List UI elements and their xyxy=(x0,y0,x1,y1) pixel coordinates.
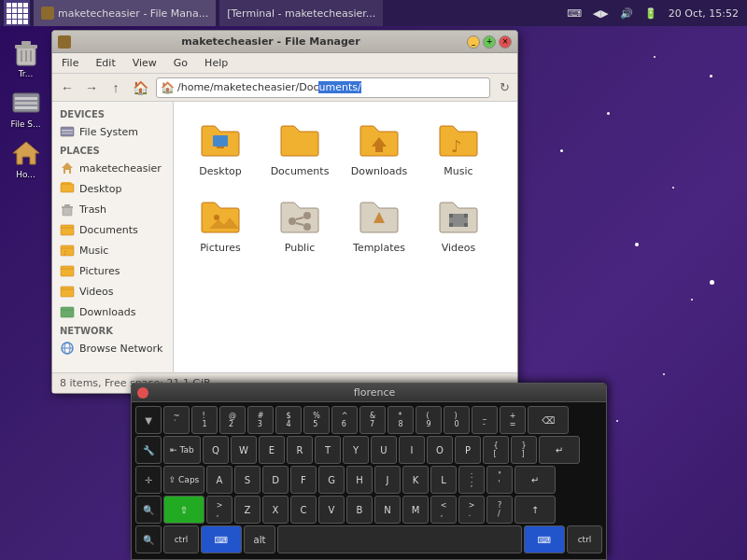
key-d[interactable]: D xyxy=(262,466,289,494)
key-space[interactable] xyxy=(277,525,522,553)
key-alt-left[interactable]: alt xyxy=(244,525,275,553)
key-8[interactable]: *8 xyxy=(388,406,414,434)
app-grid-button[interactable] xyxy=(4,0,30,26)
menu-view[interactable]: View xyxy=(129,55,161,71)
key-6[interactable]: ^6 xyxy=(331,406,358,434)
home-button[interactable]: 🏠 xyxy=(129,77,151,98)
key-4[interactable]: $4 xyxy=(275,406,302,434)
key-y[interactable]: Y xyxy=(343,436,369,464)
key-shift-right[interactable]: ↑ xyxy=(514,496,556,524)
keyboard-indicator[interactable]: ⌨ xyxy=(564,7,585,20)
key-u[interactable]: U xyxy=(371,436,397,464)
grid-item-desktop[interactable]: Desktop xyxy=(183,111,258,183)
sidebar-item-home[interactable]: maketecheasier xyxy=(52,158,173,178)
key-1[interactable]: !1 xyxy=(191,406,218,434)
key-q[interactable]: Q xyxy=(203,436,229,464)
key-backspace[interactable]: ⌫ xyxy=(528,406,569,434)
key-semicolon[interactable]: :; xyxy=(458,466,485,494)
key-quote[interactable]: "' xyxy=(486,466,513,494)
key-t[interactable]: T xyxy=(315,436,341,464)
key-capslock[interactable]: ⇪ Caps xyxy=(163,466,204,494)
key-f[interactable]: F xyxy=(290,466,317,494)
key-s[interactable]: S xyxy=(234,466,261,494)
key-9[interactable]: (9 xyxy=(416,406,442,434)
grid-item-videos[interactable]: Videos xyxy=(421,188,496,259)
menu-help[interactable]: Help xyxy=(201,55,232,71)
key-slash[interactable]: ?/ xyxy=(486,496,513,524)
key-equals[interactable]: += xyxy=(500,406,526,434)
menu-file[interactable]: File xyxy=(58,55,82,71)
grid-item-downloads[interactable]: Downloads xyxy=(342,111,416,183)
grid-item-documents[interactable]: Documents xyxy=(262,111,337,183)
taskbar-item-terminal[interactable]: [Terminal - maketecheasier... xyxy=(219,0,383,26)
keyboard-close-button[interactable] xyxy=(137,387,148,399)
key-i[interactable]: I xyxy=(399,436,425,464)
key-e[interactable]: E xyxy=(259,436,285,464)
key-x[interactable]: X xyxy=(262,496,289,524)
key-0[interactable]: )0 xyxy=(444,406,470,434)
key-c[interactable]: C xyxy=(290,496,317,524)
grid-item-public[interactable]: Public xyxy=(262,188,337,259)
taskbar-item-file-manager[interactable]: maketecheasier - File Mana... xyxy=(34,0,216,26)
desktop-icon-home[interactable]: Ho... xyxy=(4,136,49,179)
sidebar-item-videos[interactable]: Videos xyxy=(52,281,173,301)
sidebar-item-trash[interactable]: Trash xyxy=(52,199,173,219)
grid-item-pictures[interactable]: Pictures xyxy=(183,188,258,259)
desktop-icon-filesystem[interactable]: File S... xyxy=(4,86,49,129)
grid-item-music[interactable]: ♪ Music xyxy=(421,111,496,183)
sidebar-item-documents[interactable]: Documents xyxy=(52,219,173,240)
key-b[interactable]: B xyxy=(346,496,373,524)
key-kbd-icon-right[interactable]: ⌨ xyxy=(524,525,565,553)
key-o[interactable]: O xyxy=(427,436,453,464)
key-backtick[interactable]: ~` xyxy=(163,406,190,434)
key-special-5[interactable]: 🔍 xyxy=(135,525,162,553)
key-p[interactable]: P xyxy=(455,436,481,464)
key-a[interactable]: A xyxy=(206,466,233,494)
minimize-button[interactable]: _ xyxy=(467,35,480,49)
desktop-icon-trash[interactable]: Tr... xyxy=(4,35,49,78)
key-special-4[interactable]: 🔍 xyxy=(135,496,162,524)
sidebar-item-filesystem[interactable]: File System xyxy=(52,121,173,142)
sidebar-item-pictures[interactable]: Pictures xyxy=(52,260,173,281)
key-lbracket[interactable]: {[ xyxy=(483,436,509,464)
key-special-1[interactable]: ▼ xyxy=(135,406,162,434)
key-n[interactable]: N xyxy=(374,496,401,524)
key-v[interactable]: V xyxy=(318,496,345,524)
menu-go[interactable]: Go xyxy=(170,55,191,71)
key-2[interactable]: @2 xyxy=(219,406,246,434)
key-3[interactable]: #3 xyxy=(247,406,274,434)
key-ctrl-right[interactable]: ctrl xyxy=(567,525,602,553)
forward-button[interactable]: → xyxy=(80,77,103,98)
sidebar-item-music[interactable]: ♪ Music xyxy=(52,240,173,260)
key-z[interactable]: Z xyxy=(234,496,261,524)
key-tab[interactable]: ⇤ Tab xyxy=(163,436,201,464)
key-r[interactable]: R xyxy=(287,436,313,464)
sidebar-item-downloads[interactable]: Downloads xyxy=(52,301,173,322)
key-enter-2[interactable]: ↵ xyxy=(514,466,556,494)
key-7[interactable]: &7 xyxy=(359,406,386,434)
menu-edit[interactable]: Edit xyxy=(92,55,119,71)
key-gt[interactable]: >, xyxy=(206,496,233,524)
key-j[interactable]: J xyxy=(374,466,401,494)
key-special-2[interactable]: 🔧 xyxy=(135,436,162,464)
up-button[interactable]: ↑ xyxy=(105,77,127,98)
close-button[interactable]: × xyxy=(499,35,512,49)
sidebar-item-desktop[interactable]: Desktop xyxy=(52,178,173,199)
key-enter-1[interactable]: ↵ xyxy=(539,436,580,464)
key-m[interactable]: M xyxy=(402,496,429,524)
key-h[interactable]: H xyxy=(346,466,373,494)
key-w[interactable]: W xyxy=(231,436,257,464)
maximize-button[interactable]: + xyxy=(483,35,496,49)
sidebar-item-browse-network[interactable]: Browse Network xyxy=(52,338,173,358)
key-period[interactable]: >. xyxy=(458,496,485,524)
key-shift-left[interactable]: ⇧ xyxy=(163,496,204,524)
key-g[interactable]: G xyxy=(318,466,345,494)
key-ctrl-left[interactable]: ctrl xyxy=(163,525,199,553)
key-minus[interactable]: _- xyxy=(472,406,498,434)
refresh-button[interactable]: ↻ xyxy=(495,78,514,97)
key-rbracket[interactable]: }] xyxy=(511,436,537,464)
key-kbd-icon-left[interactable]: ⌨ xyxy=(201,525,242,553)
key-5[interactable]: %5 xyxy=(303,406,330,434)
grid-item-templates[interactable]: Templates xyxy=(342,188,416,259)
back-button[interactable]: ← xyxy=(56,77,78,98)
